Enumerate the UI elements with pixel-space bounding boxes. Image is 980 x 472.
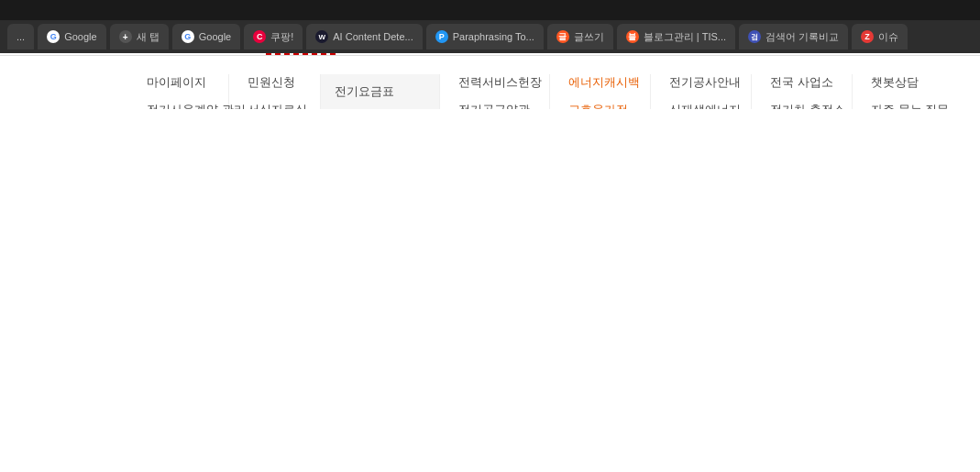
tab-label-paraphrase: Paraphrasing To... [453, 31, 534, 42]
mega-col-mai: 마이페이지 전기사용계약 관리 민원/상담내역 요금조회 요금납부 [128, 74, 229, 109]
tab-label-write: 글쓰기 [574, 30, 604, 44]
mega-link-contract[interactable]: 전기사용계약 관리 [147, 102, 210, 109]
mega-link-chatbot[interactable]: 챗봇상담 [871, 74, 944, 91]
tab-icon-new: + [119, 30, 132, 43]
tab-icon-coupang: C [253, 30, 266, 43]
browser-tab-bar: ... G Google + 새 탭 G Google C 쿠팡! W AI C… [0, 20, 980, 53]
tab-label: ... [17, 31, 25, 42]
tab-issue[interactable]: Z 이슈 [852, 24, 908, 49]
tab-icon-wordtune: W [315, 30, 328, 43]
tab-label-google1: Google [64, 31, 96, 42]
tab-search[interactable]: 검 검색어 기록비교 [739, 24, 848, 49]
tab-google2[interactable]: G Google [172, 24, 240, 49]
mega-link-service-charter[interactable]: 전력서비스헌장 [458, 74, 531, 91]
tab-ellipsis[interactable]: ... [7, 24, 34, 49]
mega-link-ev-charger[interactable]: 전기차 충전소 [770, 102, 833, 109]
mega-menu: 마이페이지 전기사용계약 관리 민원/상담내역 요금조회 요금납부 민원신청 서… [0, 55, 980, 109]
tab-write[interactable]: 글 글쓰기 [547, 24, 613, 49]
mega-col-jeodo: 전력서비스헌장 전기공급약관 보완공급약관 송배전용 전기설비 이용규정 [440, 74, 550, 109]
mega-link-cashback[interactable]: 에너지캐시백 [568, 74, 632, 91]
tab-label-blog: 블로그관리 | TIS... [644, 30, 726, 44]
mega-link-construction-guide[interactable]: 전기공사안내 [669, 74, 732, 91]
tab-coupang[interactable]: C 쿠팡! [244, 24, 303, 49]
tab-icon-search: 검 [748, 30, 761, 43]
mega-link-mypage[interactable]: 마이페이지 [147, 74, 210, 91]
mega-link-renewable[interactable]: 신재생에너지 [669, 102, 732, 109]
tab-icon-issue: Z [861, 30, 874, 43]
mega-col-electricity: 전기요금표 전기요금계산/비교 전기요금제도 요금 상계거래 제도 [321, 74, 440, 109]
mega-col-hyoul: 에너지캐시백 고효율가전 소상공인지원 고효율기기보급 수요관리 부하관리기기기 [550, 74, 651, 109]
tab-label-search: 검색어 기록비교 [765, 30, 839, 44]
tab-new[interactable]: + 새 탭 [110, 24, 169, 49]
tab-icon-google1: G [47, 30, 60, 43]
mega-col-support: 챗봇상담 자주 묻는 질문 이용가이드 1:1상담 공지사항 e뉴스레터 한전O… [853, 74, 963, 109]
tab-icon-google2: G [182, 30, 194, 43]
mega-link-supply-terms[interactable]: 전기공급약관 [458, 102, 531, 109]
tab-label-wordtune: AI Content Dete... [333, 31, 413, 42]
mega-col-wiki: 전기공사안내 신재생에너지 공급여유정보 [651, 74, 752, 109]
tab-label-google2: Google [199, 31, 231, 42]
mega-link-rate-table[interactable]: 전기요금표 [335, 83, 425, 100]
tab-icon-paraphrase: P [435, 30, 448, 43]
tab-google1[interactable]: G Google [38, 24, 105, 49]
mega-col-location: 전국 사업소 전기차 충전소 전기공사업체 휴전·정전지역 [752, 74, 853, 109]
mega-col-miwon: 민원신청 서식자료실 즐겨찾기 [229, 74, 321, 109]
tab-paraphrase[interactable]: P Paraphrasing To... [426, 24, 544, 49]
mega-link-miwon[interactable]: 민원신청 [248, 74, 302, 91]
mega-link-higheff-appliance[interactable]: 고효율가전 [568, 102, 632, 109]
tab-wordtune[interactable]: W AI Content Dete... [306, 24, 422, 49]
mega-link-forms[interactable]: 서식자료실 [248, 102, 302, 109]
tab-label-coupang: 쿠팡! [270, 30, 293, 44]
mega-link-national-offices[interactable]: 전국 사업소 [770, 74, 833, 91]
browser-top-bar [0, 0, 980, 20]
tab-icon-blog: 블 [626, 30, 639, 43]
mega-link-faq[interactable]: 자주 묻는 질문 [871, 102, 944, 109]
tab-label-new: 새 탭 [137, 30, 160, 44]
tab-icon-write: 글 [556, 30, 569, 43]
tab-blog[interactable]: 블 블로그관리 | TIS... [617, 24, 735, 49]
tab-label-issue: 이슈 [878, 30, 898, 44]
